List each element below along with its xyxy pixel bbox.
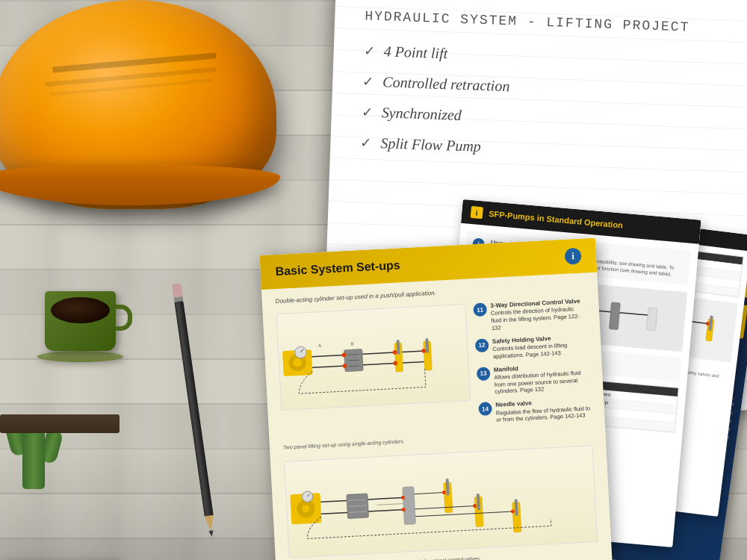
main-document: Basic System Set-ups i Double-acting cyl… xyxy=(259,238,614,560)
pencil-tip xyxy=(205,515,216,531)
svg-line-49 xyxy=(368,498,403,500)
notebook-title: HYDRAULIC SYSTEM - LIFTING PROJECT xyxy=(365,8,738,36)
svg-rect-11 xyxy=(646,308,657,331)
svg-line-61 xyxy=(377,504,403,505)
checkmark-2: ✓ xyxy=(362,73,374,90)
annotation-text-4: Needle valve Regulates the flow of hydra… xyxy=(495,396,591,423)
annotation-badge-3: 13 xyxy=(477,367,491,381)
svg-line-58 xyxy=(415,511,512,517)
annotation-badge-1: 11 xyxy=(473,302,487,317)
checklist-item-3: ✓ Synchronized xyxy=(361,103,734,133)
svg-line-23 xyxy=(362,352,395,354)
annotation-text-1: 3-Way Directional Control Valve Controls… xyxy=(490,297,586,332)
svg-line-50 xyxy=(368,510,403,511)
pencil-lead xyxy=(209,530,214,537)
pencil-eraser xyxy=(172,283,182,297)
svg-point-41 xyxy=(302,491,313,503)
svg-text:A: A xyxy=(318,343,321,348)
checklist-item-1: ✓ 4 Point lift xyxy=(363,42,737,72)
hardhat-brim xyxy=(0,164,280,205)
diagram-svg-1: A B xyxy=(277,305,470,410)
annotation-4: 14 Needle valve Regulates the flow of hy… xyxy=(478,396,591,425)
svg-line-52 xyxy=(414,493,444,494)
svg-rect-9 xyxy=(609,302,620,330)
svg-text:B: B xyxy=(351,341,354,346)
checklist: ✓ 4 Point lift ✓ Controlled retraction ✓… xyxy=(360,42,737,164)
svg-line-18 xyxy=(312,366,345,367)
annotation-3: 13 Manifold Allows distribution of hydra… xyxy=(477,361,590,396)
cup-saucer xyxy=(37,351,123,362)
hydraulic-diagram-2 xyxy=(284,445,598,558)
hydraulic-diagram-1: A B xyxy=(276,304,471,411)
svg-line-44 xyxy=(321,513,347,514)
svg-line-10 xyxy=(619,313,648,315)
svg-rect-51 xyxy=(403,487,416,525)
cup-body xyxy=(45,291,116,351)
checkmark-4: ✓ xyxy=(360,134,372,152)
svg-line-28 xyxy=(403,361,424,363)
svg-line-17 xyxy=(311,355,344,357)
cactus-plant xyxy=(0,411,127,560)
info-badge-icon: i xyxy=(565,248,582,265)
checkmark-1: ✓ xyxy=(363,43,375,60)
main-doc-body: Double-acting cylinder set-up used in a … xyxy=(261,272,615,560)
hardhat xyxy=(0,0,299,299)
svg-point-15 xyxy=(294,346,306,358)
cup-coffee xyxy=(51,297,110,323)
coffee-cup xyxy=(45,291,123,362)
annotation-badge-4: 14 xyxy=(478,402,492,416)
annotation-2: 12 Safety Holding Valve Controls load de… xyxy=(475,333,588,361)
annotations-column: 11 3-Way Directional Control Valve Contr… xyxy=(473,297,592,431)
annotation-text-2: Safety Holding Valve Controls load desce… xyxy=(492,333,588,360)
svg-line-24 xyxy=(363,363,396,364)
svg-line-43 xyxy=(320,500,347,502)
checkmark-3: ✓ xyxy=(361,104,373,121)
annotation-1: 11 3-Way Directional Control Valve Contr… xyxy=(473,297,586,332)
annotation-badge-2: 12 xyxy=(475,338,489,352)
annotation-text-3: Manifold Allows distribution of hydrauli… xyxy=(494,361,590,396)
documents-container: Split-Flow Pump Kits SFP Series 1 - 4 Pu… xyxy=(254,149,732,560)
diagram-svg-2 xyxy=(285,446,597,557)
svg-line-27 xyxy=(402,351,424,352)
checklist-item-2: ✓ Controlled retraction xyxy=(362,72,736,102)
